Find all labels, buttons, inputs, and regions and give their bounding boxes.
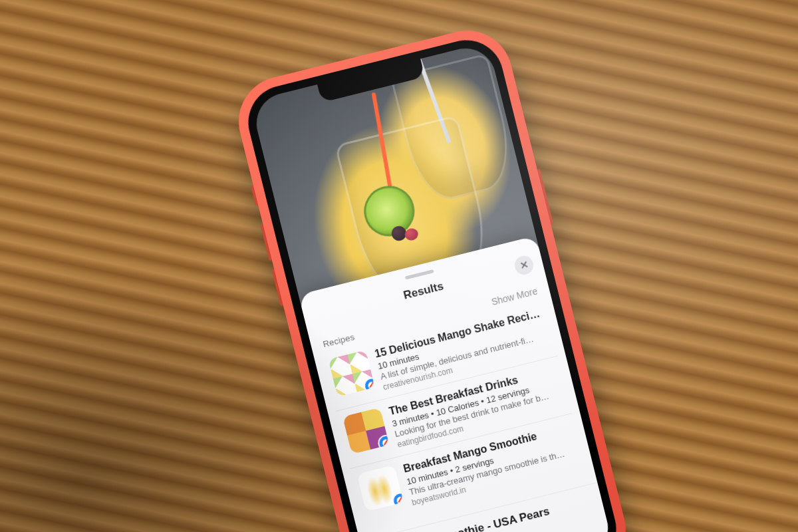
close-button[interactable]: ✕ — [513, 254, 535, 277]
raspberry — [404, 227, 420, 242]
result-thumbnail — [329, 350, 375, 396]
screen: Results ✕ Recipes Show More — [250, 42, 614, 532]
phone: Results ✕ Recipes Show More — [229, 21, 636, 532]
straw-orange — [371, 92, 398, 223]
close-icon: ✕ — [519, 259, 530, 273]
scene-background: Results ✕ Recipes Show More — [0, 0, 798, 532]
safari-icon — [364, 378, 375, 394]
phone-case: Results ✕ Recipes Show More — [229, 21, 636, 532]
safari-icon — [392, 493, 404, 509]
volume-up-button — [261, 224, 272, 261]
power-button — [537, 169, 554, 225]
result-thumbnail — [342, 408, 389, 454]
phone-body: Results ✕ Recipes Show More — [241, 33, 624, 532]
lime-slice — [358, 181, 420, 242]
blackberry — [390, 225, 408, 243]
mute-switch — [251, 186, 258, 205]
safari-icon — [378, 435, 389, 451]
volume-down-button — [271, 269, 283, 306]
result-thumbnail — [357, 465, 404, 511]
